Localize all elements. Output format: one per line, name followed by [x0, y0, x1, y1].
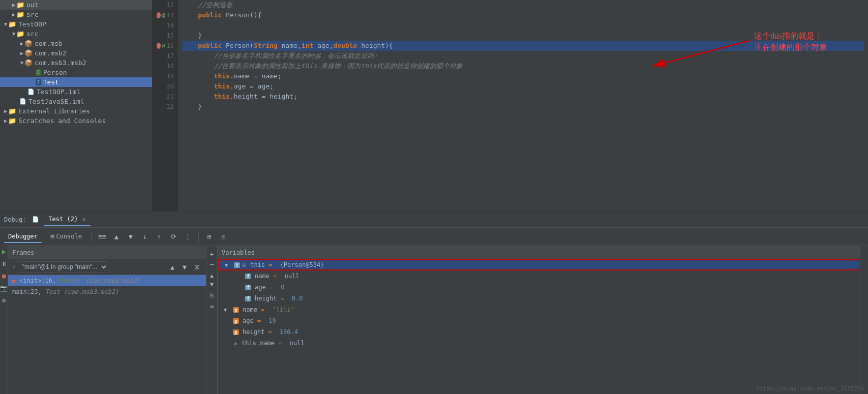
code-line-14 [182, 20, 864, 31]
frame-item-1[interactable]: main:23, Test (com.msb3.msb2) [8, 286, 206, 297]
var-item-1[interactable]: fname= null [218, 270, 860, 282]
debug-tab-test[interactable]: Test (2) ✕ [44, 213, 90, 226]
thread-dropdown[interactable]: "main"@1 in group "main"... [18, 261, 108, 272]
sidebar: ▶📁out▶📁src▼📁TestOOP▼📁src▶📦com.msb▶📦com.m… [0, 0, 153, 211]
sidebar-item-0[interactable]: ▶📁out [0, 0, 152, 10]
breakpoint-15[interactable] [159, 33, 165, 39]
code-line-19: this.name = name; [182, 71, 864, 81]
spectacles-btn[interactable]: ∞ [210, 303, 214, 310]
separator-1 [91, 232, 92, 242]
restore-layout-btn[interactable]: ≡≡ [97, 231, 108, 243]
sidebar-item-10[interactable]: 📄TestJavaSE.iml [0, 97, 152, 106]
copy-btn[interactable]: ⎘ [210, 292, 214, 299]
frames-toolbar: ✓ "main"@1 in group "main"... ▲ ▼ ⧖ [8, 259, 206, 275]
variables-side-toolbar: + − ▲ ▼ ⎘ ∞ [206, 246, 218, 394]
code-line-20: this.age = age; [182, 81, 864, 92]
frames-down-arrow[interactable]: ▼ [179, 262, 190, 272]
frames-up-arrow[interactable]: ▲ [167, 262, 177, 272]
debug-tab-close[interactable]: ✕ [82, 215, 86, 223]
scroll-down-btn[interactable]: ▼ [210, 281, 214, 288]
tab-console[interactable]: ▤ Console [47, 231, 86, 243]
line-num-22: 22 [157, 102, 174, 112]
tab-console-icon: ▤ [51, 233, 54, 239]
table-view-btn[interactable]: ⊞ [204, 231, 215, 243]
filter-btn[interactable]: ⋮ [182, 231, 193, 243]
code-line-13: public Person(){ [182, 10, 864, 20]
stop-btn[interactable]: ■ [2, 272, 6, 280]
breakpoint-12[interactable] [159, 2, 165, 8]
line-numbers: 12@131415@16171819202122 [153, 0, 178, 211]
breakpoint-18[interactable] [159, 63, 165, 69]
step-out-btn[interactable]: ↑ [154, 231, 165, 243]
watermark: https://blog.csdn.net/nc_3175274 [756, 385, 864, 392]
var-item-3[interactable]: fheight= 0.0 [218, 293, 860, 304]
breakpoint-22[interactable] [159, 104, 165, 110]
frame-item-0[interactable]: ■<init>:16, Person (com.msb3.msb2) [8, 275, 206, 286]
var-item-4[interactable]: ▼pname= "lili" [218, 304, 860, 315]
group-btn[interactable]: ⊟ [218, 231, 229, 243]
frames-up-btn[interactable]: ▲ [111, 231, 122, 243]
debug-header-bar: Debug: 📄 Test (2) ✕ [0, 211, 868, 228]
editor-wrapper: 12@131415@16171819202122 //空构造器 public P… [153, 0, 868, 211]
line-num-19: 19 [157, 71, 174, 81]
sidebar-item-4[interactable]: ▶📦com.msb [0, 39, 152, 48]
sidebar-item-6[interactable]: ▼📦com.msb3.msb2 [0, 58, 152, 68]
code-editor: 12@131415@16171819202122 //空构造器 public P… [153, 0, 868, 211]
var-item-2[interactable]: fage= 0 [218, 282, 860, 293]
sidebar-item-2[interactable]: ▼📁TestOOP [0, 19, 152, 29]
tab-debugger-label: Debugger [8, 233, 38, 240]
line-num-14: 14 [157, 20, 174, 31]
settings-btn[interactable]: ⚙ [2, 297, 6, 304]
separator-2 [198, 232, 199, 242]
frames-filter-icon[interactable]: ⧖ [192, 262, 202, 272]
frames-down-btn[interactable]: ▼ [125, 231, 136, 243]
right-strip [860, 246, 868, 394]
line-num-15: 15 [157, 31, 174, 41]
refresh-btn[interactable]: ⟳ [168, 231, 179, 243]
breakpoint-19[interactable] [159, 73, 165, 79]
var-item-5[interactable]: page= 19 [218, 315, 860, 326]
sidebar-item-1[interactable]: ▶📁src [0, 10, 152, 19]
code-line-21: this.height = height; [182, 92, 864, 102]
breakpoint-14[interactable] [159, 22, 165, 28]
breakpoint-20[interactable] [159, 83, 165, 89]
remove-var-btn[interactable]: − [209, 260, 214, 268]
frames-list: ■<init>:16, Person (com.msb3.msb2)main:2… [8, 275, 206, 394]
var-item-0[interactable]: ▼f≡this= {Person@534} [218, 259, 860, 270]
var-item-7[interactable]: ∞this.name= null [218, 338, 860, 349]
breakpoint-17[interactable] [159, 53, 165, 59]
sidebar-item-12[interactable]: ▶📁Scratches and Consoles [0, 116, 152, 126]
add-var-btn[interactable]: + [209, 250, 214, 258]
code-line-18: //在要表示对象的属性前加上this.来修饰，因为this代表的就是你创建的那个… [182, 61, 864, 71]
tab-debugger[interactable]: Debugger [4, 231, 42, 243]
scroll-up-btn[interactable]: ▲ [210, 272, 214, 279]
sidebar-item-8[interactable]: TTest [0, 77, 152, 87]
breakpoint-13[interactable] [157, 12, 161, 18]
sidebar-item-7[interactable]: CPerson [0, 68, 152, 77]
debug-title: Debug: [4, 216, 26, 223]
code-line-15: } [182, 31, 864, 41]
frames-panel: Frames ✓ "main"@1 in group "main"... ▲ ▼… [8, 246, 206, 394]
line-num-13: @13 [157, 10, 174, 20]
step-in-btn[interactable]: ↓ [139, 231, 151, 243]
camera-btn[interactable]: 📷 [0, 285, 8, 292]
var-item-6[interactable]: pheight= 180.4 [218, 326, 860, 338]
line-num-21: 21 [157, 92, 174, 102]
variables-section: + − ▲ ▼ ⎘ ∞ Variables ▼f≡this= {Person@5… [206, 246, 860, 394]
debug-left-strip: ▶ ⏸ ■ 📷 ⚙ [0, 246, 8, 394]
code-lines[interactable]: //空构造器 public Person(){ } public Person(… [178, 0, 868, 211]
variables-content: Variables ▼f≡this= {Person@534}fname= nu… [218, 246, 860, 394]
code-line-12: //空构造器 [182, 0, 864, 10]
thread-check-icon: ✓ [12, 264, 16, 270]
line-num-18: 18 [157, 61, 174, 71]
thread-selector: ✓ "main"@1 in group "main"... [12, 261, 165, 272]
sidebar-item-5[interactable]: ▶📦com.msb2 [0, 48, 152, 58]
sidebar-item-11[interactable]: ▶📁External Libraries [0, 106, 152, 116]
resume-btn[interactable]: ▶ [2, 248, 6, 255]
sidebar-item-9[interactable]: 📄TestOOP.iml [0, 87, 152, 97]
step-pause-btn[interactable]: ⏸ [1, 260, 7, 267]
sidebar-item-3[interactable]: ▼📁src [0, 29, 152, 39]
code-line-16: public Person(String name,int age,double… [182, 41, 864, 51]
breakpoint-21[interactable] [159, 94, 165, 100]
breakpoint-16[interactable] [157, 43, 161, 49]
